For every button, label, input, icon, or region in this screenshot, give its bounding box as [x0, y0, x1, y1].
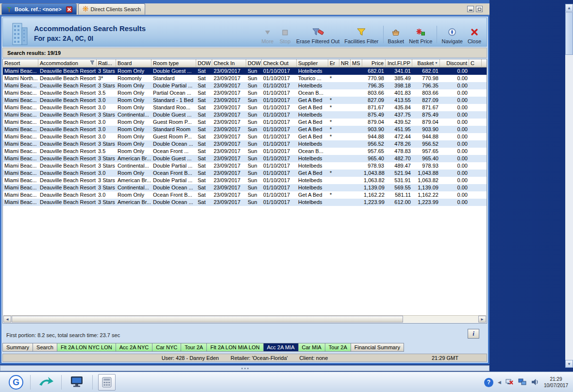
bottom-tab-acc-2a-mia[interactable]: Acc 2A MIA [264, 343, 299, 352]
bottom-tab-search[interactable]: Search [33, 343, 57, 352]
more-button[interactable]: More [259, 28, 276, 45]
bottom-tab-tour-2a[interactable]: Tour 2A [325, 343, 351, 352]
horizontal-scrollbar-thumb[interactable] [12, 316, 403, 323]
bottom-tab-car-nyc[interactable]: Car NYC [152, 343, 181, 352]
outer-horizontal-scrollbar[interactable] [0, 365, 489, 371]
cell-room-type: Partial Ocean ... [152, 89, 196, 97]
column-header-basket[interactable]: Basket▼ [412, 59, 440, 68]
table-row[interactable]: Miami Beac...Deauville Beach Resort3 Sta… [3, 177, 487, 184]
column-header-dow[interactable]: DOW [246, 59, 262, 68]
cell-dow: Sun [246, 155, 262, 162]
computer-launcher[interactable] [65, 374, 89, 391]
cell-dow: Sat [196, 119, 212, 126]
column-header-rati[interactable]: Rati... [97, 59, 116, 68]
bottom-tab-flt-2a-lon-nyc-lon[interactable]: Flt 2A LON NYC LON [57, 343, 116, 352]
table-row[interactable]: Miami Beac...Deauville Beach Resort3 Sta… [3, 82, 487, 89]
column-header-ms[interactable]: MS [351, 59, 362, 68]
bottom-tab-tour-2a[interactable]: Tour 2A [181, 343, 207, 352]
column-header-supplier[interactable]: Supplier [297, 59, 328, 68]
bottom-tab-car-mia[interactable]: Car MIA [299, 343, 325, 352]
table-row[interactable]: Miami Beac...Deauville Beach Resort3 Sta… [3, 162, 487, 170]
cell-rati: 3.5 [97, 89, 116, 97]
cell-nr [339, 126, 351, 133]
basket-button[interactable]: Basket [386, 27, 407, 45]
cell-dow: Sun [246, 126, 262, 133]
cell-discount: 0.00 [440, 68, 469, 75]
column-header-discount[interactable]: Discount [440, 59, 469, 68]
facilities-filter-button[interactable]: Facilities Filter [342, 27, 381, 45]
navigate-button[interactable]: Navigate [439, 27, 465, 45]
column-header-c[interactable]: C [469, 59, 482, 68]
minimize-button[interactable] [467, 6, 474, 12]
filter-funnel-icon[interactable] [90, 59, 95, 67]
table-row[interactable]: Miami Beac...Deauville Beach Resort3.0Ro… [3, 126, 487, 133]
column-header-price[interactable]: Price [362, 59, 386, 68]
scroll-up-icon[interactable]: ▲ [565, 4, 573, 12]
table-row[interactable]: Miami Beac...Deauville Beach Resort3.0Ro… [3, 133, 487, 140]
table-row[interactable]: Miami Beac...Deauville Beach Resort3.0Ro… [3, 119, 487, 126]
tab-booking-ref[interactable]: Book. ref.: <none> [1, 3, 77, 15]
table-row[interactable]: Miami Beac...Deauville Beach Resort3 Sta… [3, 184, 487, 191]
scroll-right-icon[interactable]: ► [478, 316, 486, 323]
table-row[interactable]: Miami Beac...Deauville Beach Resort3.5Ro… [3, 89, 487, 97]
column-header-resort[interactable]: Resort [3, 59, 38, 68]
column-header-nr[interactable]: NR [339, 59, 351, 68]
bottom-tab-summary[interactable]: Summary [2, 343, 33, 352]
cell-rati: 3.0 [97, 191, 116, 199]
table-row[interactable]: Miami Beac...Deauville Beach Resort3.0Ro… [3, 191, 487, 199]
vertical-scrollbar-thumb[interactable] [565, 12, 573, 55]
column-header-board[interactable]: Board [116, 59, 152, 68]
cell-check-in: 23/09/2017 [212, 191, 246, 199]
cell-dow: Sat [196, 68, 212, 75]
nett-price-button[interactable]: Nett Price [406, 27, 435, 45]
cell-dow: Sat [196, 140, 212, 148]
table-row[interactable]: Miami Beac...Deauville Beach Resort3 Sta… [3, 111, 487, 119]
column-header-dow[interactable]: DOW [196, 59, 212, 68]
column-header-check-out[interactable]: Check Out [262, 59, 297, 68]
column-header-room-type[interactable]: Room type [152, 59, 196, 68]
speaker-icon[interactable] [531, 378, 539, 387]
network-error-icon[interactable] [506, 378, 514, 387]
scroll-left-icon[interactable]: ◄ [3, 316, 11, 323]
cell-accommodation: Deauville Beach Resort [38, 184, 97, 191]
cell-supplier: Get A Bed [297, 191, 328, 199]
bottom-tab-financial-summary[interactable]: Financial Summary [351, 343, 404, 352]
tab-direct-clients-search[interactable]: Direct Clients Search [78, 3, 145, 15]
taskbar-clock[interactable]: 21:29 10/07/2017 [544, 376, 568, 389]
calculator-task-button[interactable] [96, 374, 118, 391]
arrow-launcher[interactable] [34, 374, 58, 391]
table-row[interactable]: Miami Beac...Deauville Beach Resort3 Sta… [3, 199, 487, 206]
bottom-tab-flt-2a-lon-mia-lon[interactable]: Flt 2A LON MIA LON [207, 343, 263, 352]
tray-collapse-icon[interactable]: ◀ [498, 380, 501, 385]
horizontal-scrollbar-track[interactable] [403, 316, 478, 323]
close-button[interactable]: Close [465, 27, 484, 45]
table-row[interactable]: Miami Beac...Deauville Beach Resort3 Sta… [3, 155, 487, 162]
column-header-er[interactable]: Er [328, 59, 339, 68]
horizontal-scrollbar[interactable]: ◄ ► [3, 315, 486, 323]
restore-button[interactable] [476, 6, 483, 12]
help-icon[interactable]: ? [484, 378, 493, 387]
table-row[interactable]: Miami Beac...Deauville Beach Resort3 Sta… [3, 140, 487, 148]
table-row[interactable]: Miami Beac...Deauville Beach Resort3.0Ro… [3, 104, 487, 111]
stop-button[interactable]: Stop [276, 28, 294, 45]
table-row[interactable]: Miami Beac...Deauville Beach Resort3.0Ro… [3, 97, 487, 104]
network-computers-icon[interactable] [518, 378, 527, 387]
tab-close-icon[interactable] [66, 6, 72, 13]
table-row[interactable]: Miami Beac...Deauville Beach Resort3 Sta… [3, 68, 487, 75]
column-header-accommodation[interactable]: Accommodation [38, 59, 97, 68]
erase-filtered-out-button[interactable]: Erase Filtered Out [294, 27, 342, 45]
cell-basket: 875.49 [412, 111, 440, 119]
outer-vertical-scrollbar[interactable]: ▲ ▼ [565, 4, 573, 368]
table-row[interactable]: Miami Beac...Deauville Beach Resort3.0Ro… [3, 170, 487, 177]
cell-price: 1,063.82 [362, 177, 386, 184]
cell-price: 957.65 [362, 148, 386, 155]
info-button[interactable]: i [468, 329, 479, 339]
table-row[interactable]: Miami North...Deauville Beach Resort3*Ro… [3, 75, 487, 82]
column-header-check-in[interactable]: Check In [212, 59, 246, 68]
bottom-tab-acc-2a-nyc[interactable]: Acc 2A NYC [116, 343, 153, 352]
table-row[interactable]: Miami Beac...Deauville Beach Resort3.5Ro… [3, 148, 487, 155]
scroll-down-icon[interactable]: ▼ [565, 360, 573, 368]
cell-c [469, 184, 482, 191]
column-header-incl-fl-pp[interactable]: Incl.Fl.PP [386, 59, 412, 68]
browser-launcher[interactable]: G [5, 374, 27, 391]
